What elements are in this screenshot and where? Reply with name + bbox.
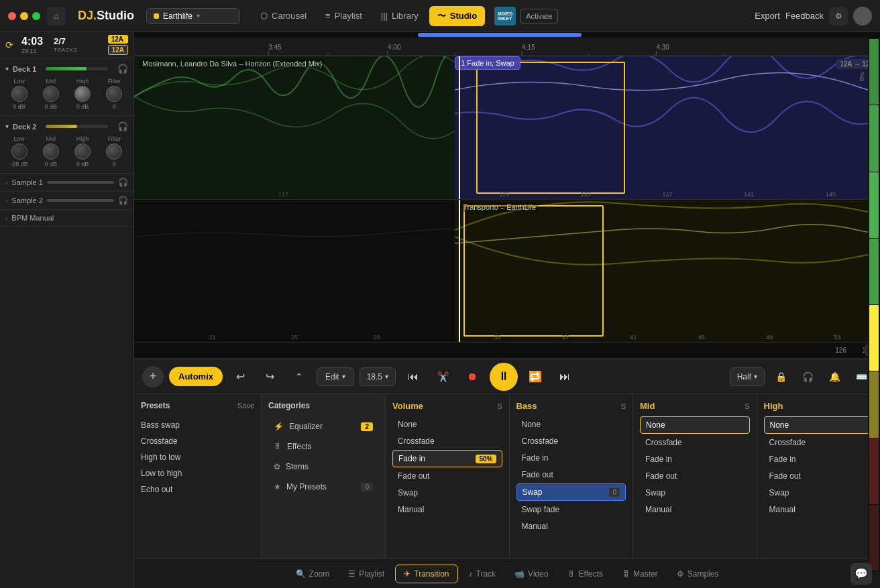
skip-fwd-button[interactable]: ⏭ [553, 365, 577, 389]
bass-fade-in[interactable]: Fade in [516, 450, 626, 466]
mid-fade-in[interactable]: Fade in [640, 451, 750, 467]
half-button[interactable]: Half ▾ [730, 367, 765, 386]
nav-transition[interactable]: ✈ Transition [395, 565, 457, 583]
mid-none[interactable]: None [640, 416, 750, 434]
sample-2-fader[interactable] [47, 199, 114, 202]
nav-master[interactable]: 🎛 Master [614, 565, 666, 583]
scroll-thumb-top[interactable] [418, 33, 582, 37]
deck-1-fader[interactable] [46, 67, 108, 70]
record-button[interactable]: ⏺ [460, 365, 484, 389]
sample-2-headphone-icon[interactable]: 🎧 [118, 196, 128, 205]
bass-fade-out[interactable]: Fade out [516, 467, 626, 483]
nav-samples[interactable]: ⚙ Samples [669, 565, 727, 583]
deck-1-high-knob[interactable] [74, 86, 91, 102]
preset-item-low-to-high[interactable]: Low to high [141, 465, 254, 481]
deck-1-headphone-icon[interactable]: 🎧 [117, 64, 128, 74]
high-manual[interactable]: Manual [764, 502, 874, 518]
deck-1-filter-knob[interactable] [106, 86, 122, 102]
nav-playlist[interactable]: ≡ Playlist [317, 6, 370, 26]
high-fade-out[interactable]: Fade out [764, 468, 874, 484]
automix-button[interactable]: Automix [169, 367, 223, 386]
maximize-btn[interactable] [32, 12, 40, 20]
sample-1-headphone-icon[interactable]: 🎧 [118, 178, 128, 187]
deck-2-mid-knob[interactable] [43, 143, 59, 160]
activate-button[interactable]: Activate [520, 9, 558, 23]
sample-1-fader[interactable] [47, 181, 114, 184]
category-mypresets[interactable]: ★ My Presets 0 [268, 477, 378, 496]
mid-manual[interactable]: Manual [640, 502, 750, 518]
bass-none[interactable]: None [516, 416, 626, 432]
bass-swap-fade[interactable]: Swap fade [516, 502, 626, 518]
project-selector[interactable]: Earthlife ▾ [146, 8, 240, 24]
feedback-button[interactable]: Feedback [785, 11, 824, 21]
deck-2-expand[interactable]: ▾ [5, 123, 9, 130]
mid-swap[interactable]: Swap [640, 485, 750, 501]
home-button[interactable]: ⌂ [47, 7, 66, 25]
preset-item-bass-swap[interactable]: Bass swap [141, 417, 254, 433]
high-fade-in[interactable]: Fade in [764, 451, 874, 467]
deck-2-high-knob[interactable] [74, 143, 91, 160]
category-stems[interactable]: ✿ Stems [268, 457, 378, 476]
pause-button[interactable]: ⏸ [490, 363, 518, 391]
deck-2-filter-knob[interactable] [106, 143, 122, 160]
nav-effects[interactable]: 🎚 Effects [559, 565, 611, 583]
bell-icon[interactable]: 🔔 [824, 366, 845, 388]
bass-s[interactable]: S [621, 402, 626, 410]
bpm-expand[interactable]: › [5, 215, 7, 222]
nav-video[interactable]: 📹 Video [506, 565, 556, 583]
volume-swap[interactable]: Swap [392, 485, 502, 501]
lock-icon[interactable]: 🔒 [770, 366, 791, 388]
mid-fade-out[interactable]: Fade out [640, 468, 750, 484]
mid-s[interactable]: S [745, 402, 749, 410]
transition-popup[interactable]: 1 Fade in, Swap [455, 56, 520, 70]
nav-playlist-bottom[interactable]: ☰ Playlist [340, 565, 392, 583]
redo-button[interactable]: ↪ [258, 365, 282, 389]
bpm-button[interactable]: 18.5 ▾ [360, 367, 396, 386]
skip-back-button[interactable]: ⏮ [401, 365, 425, 389]
chat-button[interactable]: 💬 [850, 563, 872, 585]
deck-1-expand[interactable]: ▾ [5, 65, 9, 72]
avatar[interactable] [853, 7, 872, 25]
sample-1-expand[interactable]: › [5, 179, 7, 186]
loop-button[interactable]: 🔁 [523, 365, 547, 389]
undo-button[interactable]: ↩ [228, 365, 252, 389]
close-btn[interactable] [8, 12, 16, 20]
magnet-button[interactable]: ⌃ [287, 365, 311, 389]
save-button[interactable]: Save [237, 402, 254, 410]
volume-none[interactable]: None [392, 416, 502, 432]
high-crossfade[interactable]: Crossfade [764, 434, 874, 451]
nav-zoom[interactable]: 🔍 Zoom [288, 565, 338, 583]
high-swap[interactable]: Swap [764, 485, 874, 501]
category-equalizer[interactable]: ⚡ Equalizer 2 [268, 417, 378, 436]
volume-crossfade[interactable]: Crossfade [392, 433, 502, 449]
export-button[interactable]: Export [755, 11, 780, 21]
deck-1-low-knob[interactable] [11, 86, 28, 102]
preset-item-crossfade[interactable]: Crossfade [141, 433, 254, 449]
preset-item-high-to-low[interactable]: High to low [141, 449, 254, 465]
volume-fade-in[interactable]: Fade in 50% [392, 450, 502, 467]
deck-2-low-knob[interactable] [11, 143, 28, 160]
bass-swap[interactable]: Swap 0 [516, 483, 626, 501]
nav-library[interactable]: ||| Library [373, 6, 427, 26]
deck-2-fader[interactable] [46, 125, 108, 128]
deck-1-mid-knob[interactable] [43, 86, 59, 102]
category-effects[interactable]: 🎚 Effects [268, 437, 378, 456]
cut-button[interactable]: ✂️ [431, 365, 455, 389]
edit-button[interactable]: Edit ▾ [317, 367, 354, 386]
bass-manual[interactable]: Manual [516, 518, 626, 534]
high-none[interactable]: None [764, 416, 874, 434]
settings-button[interactable]: ⚙ [829, 7, 848, 25]
sample-2-expand[interactable]: › [5, 197, 7, 204]
deck-2-headphone-icon[interactable]: 🎧 [117, 121, 128, 131]
volume-manual[interactable]: Manual [392, 502, 502, 518]
mid-crossfade[interactable]: Crossfade [640, 434, 750, 451]
nav-studio[interactable]: 〜 Studio [429, 6, 485, 26]
minimize-btn[interactable] [20, 12, 28, 20]
nav-carousel[interactable]: ⬡ Carousel [252, 6, 315, 26]
bass-crossfade[interactable]: Crossfade [516, 433, 626, 449]
preset-item-echo-out[interactable]: Echo out [141, 481, 254, 497]
volume-s[interactable]: S [497, 402, 502, 410]
nav-track[interactable]: ♪ Track [461, 565, 504, 583]
volume-fade-out[interactable]: Fade out [392, 468, 502, 484]
add-button[interactable]: + [142, 366, 164, 388]
